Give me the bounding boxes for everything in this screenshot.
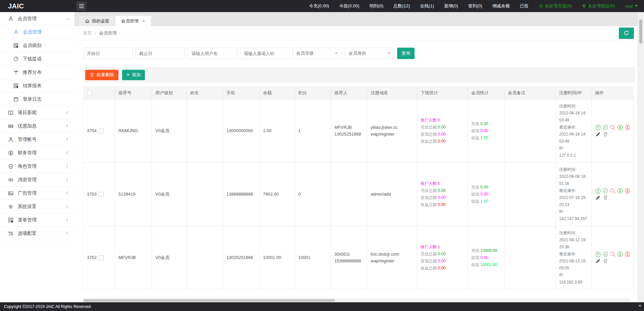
batch-delete-button[interactable]: 批量删除 <box>85 70 118 80</box>
sidebar-subitem-2[interactable]: 下线提成 <box>0 52 74 66</box>
sidebar-subitem-0[interactable]: 会员管理 <box>0 25 74 39</box>
actions-cell <box>592 163 633 226</box>
horizontal-scrollbar[interactable] <box>83 299 631 302</box>
verify-button[interactable] <box>602 188 608 194</box>
select-all-checkbox[interactable] <box>87 91 92 96</box>
column-header: 余额 <box>260 87 295 99</box>
row-checkbox[interactable] <box>99 192 104 197</box>
domain-line: fclc.dxdcjr.com <box>371 251 414 258</box>
recharge-button[interactable] <box>617 188 623 194</box>
sidebar-item-4[interactable]: 财务管理 <box>0 146 74 160</box>
sidebar-item-7[interactable]: 广告管理 <box>0 187 74 200</box>
user-menu[interactable]: root <box>625 4 638 9</box>
refresh-button[interactable] <box>619 28 634 39</box>
sidebar-item-5[interactable]: 角色管理 <box>0 160 74 173</box>
row-checkbox[interactable] <box>99 255 104 260</box>
topbar-stat[interactable]: 增减余额 <box>492 3 510 9</box>
gauge-icon <box>13 56 18 61</box>
sidebar-subitem-1[interactable]: 会员级别 <box>0 39 74 52</box>
referrer-line: 13025251668 <box>334 131 364 138</box>
book-icon <box>8 110 13 115</box>
promote-button[interactable] <box>595 251 601 257</box>
vertical-scrollbar[interactable] <box>638 12 644 302</box>
sidebar-item-10[interactable]: 选项配置 <box>0 227 74 240</box>
inspect-button[interactable] <box>610 124 616 131</box>
sidebar-item-2[interactable]: 优惠加息 <box>0 119 74 133</box>
balance-cell: 7902.00 <box>260 163 295 226</box>
topbar-stat[interactable]: 已投 <box>520 3 529 9</box>
delete-button[interactable] <box>602 195 608 201</box>
topbar-stat[interactable]: 在线(1) <box>420 3 434 9</box>
sidebar-toggle-button[interactable] <box>76 1 87 11</box>
sidebar-subitem-4[interactable]: 结算报表 <box>0 79 74 93</box>
tab-member-management[interactable]: 会员管理× <box>115 16 151 26</box>
vertical-scrollbar-thumb[interactable] <box>639 19 642 44</box>
topbar-stat[interactable]: 今充(0.00) <box>309 3 329 9</box>
query-button[interactable]: 查询 <box>397 48 415 59</box>
stat-line: 收益总额:0.00 <box>421 265 464 272</box>
edit-button[interactable] <box>595 131 601 137</box>
topbar-stat[interactable]: 今提(0.00) <box>339 3 359 9</box>
edit-pencil-icon <box>595 258 601 264</box>
verify-button[interactable] <box>602 124 608 131</box>
edit-button[interactable] <box>595 258 601 264</box>
deduct-button[interactable] <box>625 124 631 131</box>
select-all-header-cell <box>84 87 115 99</box>
sidebar-item-8[interactable]: 系统设置 <box>0 200 74 213</box>
row-checkbox[interactable] <box>99 128 104 134</box>
recharge-button[interactable] <box>617 124 623 131</box>
topbar-pending-recharge[interactable]: 未处理充值(0) <box>539 3 572 9</box>
username-input[interactable] <box>188 48 237 59</box>
sidebar-item-0[interactable]: 会员管理 <box>0 12 74 25</box>
deduct-button[interactable] <box>625 188 631 194</box>
start-date-input[interactable] <box>83 48 132 59</box>
delete-button[interactable] <box>602 258 608 264</box>
stat-line: 提现:0.00 <box>471 127 501 135</box>
sidebar-subitem-label: 下线提成 <box>23 56 42 62</box>
chevron-left-icon <box>66 218 70 222</box>
breadcrumb-home[interactable]: 首页 <box>83 31 92 36</box>
trash-icon <box>602 195 608 201</box>
topbar-stat[interactable]: 新增(0) <box>444 3 458 9</box>
topbar-stat[interactable]: 明到(0) <box>369 3 383 9</box>
sidebar-subitem-5[interactable]: 登录日志 <box>0 93 74 106</box>
sidebar-subitem-label: 登录日志 <box>23 96 42 102</box>
downline-stats-cell: 推广人数:0充值总额:0.00提现总额:0.00收益总额:0.00 <box>417 163 468 226</box>
horizontal-scrollbar-thumb[interactable] <box>83 299 335 302</box>
end-date-input[interactable] <box>136 48 185 59</box>
stat-line: 充值:10000.00 <box>471 247 501 254</box>
deduct-button[interactable] <box>625 251 631 257</box>
points-cell: 0 <box>295 163 331 226</box>
sidebar-item-6[interactable]: 消息管理 <box>0 173 74 187</box>
tab-close-icon[interactable]: × <box>142 18 145 24</box>
add-button[interactable]: + 添加 <box>122 70 145 80</box>
gear-icon <box>8 204 13 209</box>
column-header: 推荐人 <box>331 87 367 99</box>
promote-button[interactable] <box>595 124 601 131</box>
topbar-stat[interactable]: 签到(0) <box>468 3 482 9</box>
referrer-line: 15366688888 <box>334 258 364 264</box>
edit-button[interactable] <box>595 195 601 201</box>
inspect-button[interactable] <box>610 188 616 194</box>
member-identity-select[interactable]: 会员身份 <box>345 48 394 59</box>
sidebar-item-9[interactable]: 菜单管理 <box>0 213 74 227</box>
dollar-circle-icon <box>625 124 631 131</box>
stat-line: 收益:10001.00 <box>471 261 501 268</box>
sidebar-item-3[interactable]: 管理帐号 <box>0 133 74 146</box>
downline-stats-cell: 推广人数:1充值总额:0.00提现总额:0.00收益总额:0.00 <box>417 226 468 290</box>
inviter-id-input[interactable] <box>240 48 289 59</box>
inspect-button[interactable] <box>610 251 616 257</box>
sidebar-item-1[interactable]: 项目新闻 <box>0 106 74 119</box>
level-cell: V0会员 <box>152 226 187 290</box>
promote-button[interactable] <box>595 188 601 194</box>
delete-button[interactable] <box>602 131 608 137</box>
verify-button[interactable] <box>602 251 608 257</box>
recharge-button[interactable] <box>617 251 623 257</box>
sidebar-subitem-3[interactable]: 推荐分布 <box>0 66 74 79</box>
column-header: 姓名 <box>187 87 223 99</box>
stat-line: 提现:0.00 <box>471 254 501 261</box>
topbar-stat[interactable]: 总数(12) <box>393 3 410 9</box>
tab-my-desktop[interactable]: 我的桌面 <box>79 16 115 26</box>
topbar-pending-withdraw[interactable]: 未处理提款(0) <box>582 3 615 9</box>
member-level-select[interactable]: 会员等级 <box>292 48 342 59</box>
